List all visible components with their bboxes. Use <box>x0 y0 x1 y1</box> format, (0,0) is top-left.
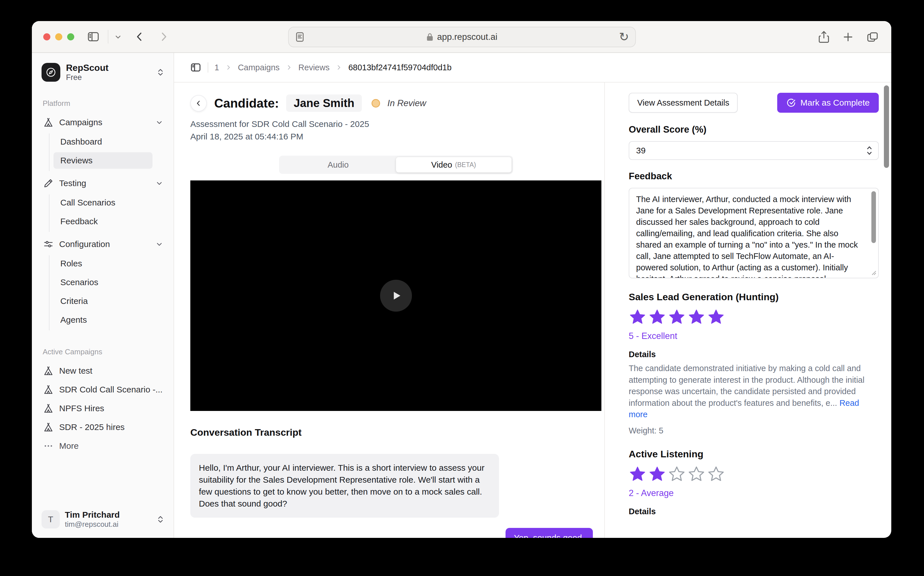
campaigns-children: Dashboard Reviews <box>49 133 153 171</box>
configuration-children: Roles Scenarios Criteria Agents <box>49 255 153 330</box>
check-circle-icon <box>786 98 796 107</box>
star-icon[interactable] <box>668 308 686 326</box>
transcript-agent-message: Hello, I'm Arthur, your AI interviewer. … <box>190 454 499 518</box>
breadcrumb: 1 Campaigns Reviews 68013bf24741f59704df… <box>174 53 891 83</box>
chevron-down-icon <box>155 179 163 187</box>
back-button[interactable] <box>190 95 207 112</box>
sidebar-item-campaign[interactable]: NPFS Hires <box>40 400 167 417</box>
transcript-candidate-message: Yep, sounds good. <box>506 528 593 538</box>
user-menu[interactable]: T Tim Pritchard tim@repscout.ai <box>40 508 167 530</box>
sidebar-item-criteria[interactable]: Criteria <box>53 293 153 309</box>
back-icon[interactable] <box>134 31 145 42</box>
chevron-down-icon <box>155 118 163 126</box>
star-icon[interactable] <box>688 308 705 326</box>
sidebar-item-more[interactable]: More <box>40 438 167 454</box>
star-icon[interactable] <box>648 308 666 326</box>
tab-video[interactable]: Video (BETA) <box>396 157 512 173</box>
mark-as-complete-button[interactable]: Mark as Complete <box>777 93 879 113</box>
video-player[interactable] <box>190 181 602 411</box>
tent-icon <box>43 384 53 395</box>
tent-icon <box>43 366 53 376</box>
star-rating[interactable] <box>629 308 879 326</box>
panel-toggle-icon[interactable] <box>190 62 201 73</box>
status-dot-icon <box>372 99 380 107</box>
number-stepper-icon[interactable] <box>866 145 873 156</box>
feedback-textarea[interactable]: The AI interviewer, Arthur, conducted a … <box>629 188 879 278</box>
user-email: tim@repscout.ai <box>65 520 120 529</box>
status-badge: In Review <box>388 98 426 109</box>
resize-handle-icon[interactable] <box>870 269 876 275</box>
sidebar-item-feedback[interactable]: Feedback <box>53 213 153 230</box>
address-bar[interactable]: app.repscout.ai ↻ <box>288 27 636 47</box>
page-title: Candidate: <box>214 96 279 110</box>
star-rating[interactable] <box>629 465 879 483</box>
chevrons-up-down-icon <box>156 515 165 524</box>
close-window-button[interactable] <box>43 33 50 40</box>
forward-icon[interactable] <box>158 31 169 42</box>
workspace-switcher[interactable]: RepScout Free <box>40 62 167 82</box>
chevron-down-icon <box>155 240 163 248</box>
sidebar-item-reviews[interactable]: Reviews <box>53 152 153 169</box>
sidebar-group-testing[interactable]: Testing <box>40 175 167 192</box>
sidebar-item-scenarios[interactable]: Scenarios <box>53 274 153 291</box>
reader-view-icon[interactable] <box>295 31 305 43</box>
user-name: Tim Pritchard <box>65 510 120 520</box>
sidebar-toggle-icon[interactable] <box>87 30 100 43</box>
play-button[interactable] <box>380 280 412 312</box>
share-icon[interactable] <box>818 30 830 43</box>
tab-audio[interactable]: Audio <box>281 157 396 173</box>
sidebar-item-agents[interactable]: Agents <box>53 312 153 328</box>
browser-toolbar: app.repscout.ai ↻ <box>32 21 891 53</box>
sidebar-item-campaign[interactable]: SDR - 2025 hires <box>40 419 167 435</box>
repscout-logo-icon <box>41 63 60 82</box>
sidebar-group-campaigns[interactable]: Campaigns <box>40 114 167 131</box>
chevron-down-icon[interactable] <box>114 33 122 41</box>
star-icon[interactable] <box>707 308 725 326</box>
star-icon[interactable] <box>707 465 725 483</box>
refresh-icon[interactable]: ↻ <box>619 31 629 43</box>
sidebar-item-campaign[interactable]: New test <box>40 363 167 379</box>
details-label: Details <box>629 507 879 516</box>
chevrons-up-down-icon <box>156 68 165 77</box>
sidebar-item-call-scenarios[interactable]: Call Scenarios <box>53 194 153 211</box>
app-sidebar: RepScout Free Platform Campaigns <box>32 53 174 538</box>
sidebar-item-dashboard[interactable]: Dashboard <box>53 133 153 150</box>
sidebar-group-configuration[interactable]: Configuration <box>40 236 167 253</box>
chevron-right-icon <box>336 64 342 70</box>
feedback-label: Feedback <box>629 171 879 182</box>
sidebar-group-label: Campaigns <box>59 118 102 127</box>
breadcrumb-item[interactable]: 1 <box>214 63 219 72</box>
star-icon[interactable] <box>688 465 705 483</box>
media-tabs: Audio Video (BETA) <box>279 156 513 174</box>
campaign-label: SDR Cold Call Scenario -... <box>59 385 163 394</box>
chevron-right-icon <box>225 64 231 70</box>
view-assessment-details-button[interactable]: View Assessment Details <box>629 93 738 113</box>
minimize-window-button[interactable] <box>55 33 62 40</box>
transcript-title: Conversation Transcript <box>190 427 302 438</box>
zoom-window-button[interactable] <box>67 33 74 40</box>
overall-score-input[interactable] <box>629 141 879 160</box>
section-label-platform: Platform <box>43 99 167 108</box>
star-icon[interactable] <box>668 465 686 483</box>
breadcrumb-item[interactable]: Campaigns <box>238 63 280 72</box>
details-label: Details <box>629 350 879 359</box>
url-text[interactable]: app.repscout.ai <box>437 32 497 42</box>
new-tab-icon[interactable] <box>843 31 854 43</box>
textarea-scrollbar[interactable] <box>871 191 876 243</box>
page-scrollbar[interactable] <box>884 85 889 168</box>
toolbar-divider <box>108 30 109 43</box>
breadcrumb-divider <box>207 62 208 72</box>
browser-window: app.repscout.ai ↻ <box>32 21 891 538</box>
tab-overview-icon[interactable] <box>866 31 879 43</box>
breadcrumb-item[interactable]: Reviews <box>298 63 330 72</box>
beta-badge: (BETA) <box>455 161 476 169</box>
sidebar-group-label: Testing <box>59 178 86 188</box>
sidebar-item-roles[interactable]: Roles <box>53 255 153 272</box>
rating-label: 2 - Average <box>629 488 879 498</box>
sidebar-item-campaign[interactable]: SDR Cold Call Scenario -... <box>40 381 167 398</box>
star-icon[interactable] <box>629 465 646 483</box>
pencil-icon <box>43 178 53 189</box>
campaign-label: SDR - 2025 hires <box>59 422 124 432</box>
star-icon[interactable] <box>648 465 666 483</box>
star-icon[interactable] <box>629 308 646 326</box>
